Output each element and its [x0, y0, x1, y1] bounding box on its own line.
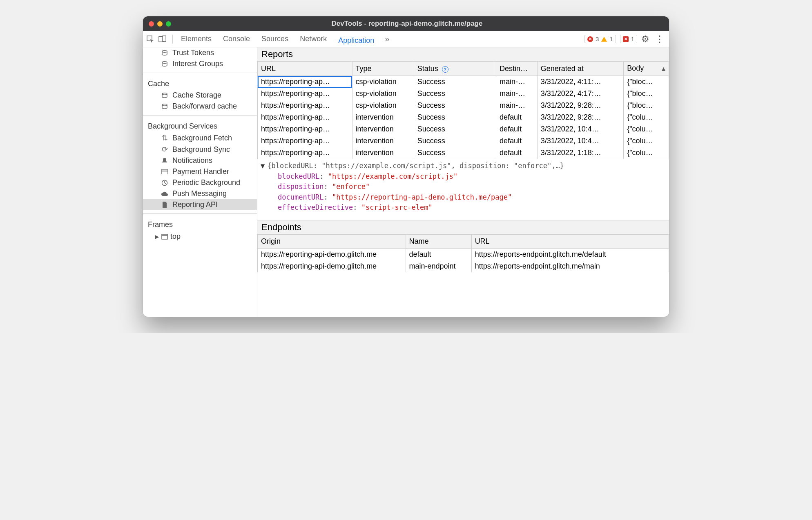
detail-property: effectiveDirective: "script-src-elem"	[261, 202, 666, 213]
sidebar-item-periodic-bg[interactable]: Periodic Background	[143, 177, 257, 188]
sidebar-item-reporting-api[interactable]: Reporting API	[143, 199, 257, 210]
console-status-badge[interactable]: ✕ 3 1	[584, 35, 616, 43]
database-icon	[161, 61, 168, 67]
sidebar-item-label: Periodic Background	[172, 178, 240, 187]
sidebar-item-label: Reporting API	[172, 200, 218, 209]
minimize-window-button[interactable]	[157, 21, 163, 27]
table-row[interactable]: https://reporting-api-demo.glitch.memain…	[258, 260, 669, 272]
sidebar-item-label: Notifications	[172, 156, 212, 165]
maximize-window-button[interactable]	[166, 21, 171, 27]
device-icon[interactable]	[158, 35, 167, 43]
col-name[interactable]: Name	[406, 235, 471, 249]
svg-rect-10	[162, 234, 167, 239]
tab-application[interactable]: Application	[337, 33, 375, 49]
tab-sources[interactable]: Sources	[261, 31, 289, 47]
card-icon	[161, 169, 168, 174]
sidebar-item-notifications[interactable]: Notifications	[143, 155, 257, 166]
sidebar-item-bg-sync[interactable]: ⟳ Background Sync	[143, 144, 257, 155]
svg-point-5	[162, 93, 167, 94]
tab-console[interactable]: Console	[222, 31, 251, 47]
cell-name: default	[406, 249, 471, 261]
svg-point-3	[162, 50, 167, 52]
inspect-icon[interactable]	[146, 35, 154, 43]
sidebar-item-payment[interactable]: Payment Handler	[143, 166, 257, 177]
cell-type: intervention	[352, 147, 414, 159]
database-icon	[161, 50, 168, 56]
col-url[interactable]: URL	[471, 235, 669, 249]
sidebar-group-frames[interactable]: Frames	[143, 216, 257, 231]
col-status[interactable]: Status ?	[414, 62, 496, 76]
cell-url: https://reports-endpoint.glitch.me/defau…	[471, 249, 669, 261]
error-count: 3	[596, 36, 599, 42]
col-origin[interactable]: Origin	[258, 235, 406, 249]
table-row[interactable]: https://reporting-ap…interventionSuccess…	[258, 147, 669, 159]
sidebar-group-cache[interactable]: Cache	[143, 76, 257, 90]
sidebar-item-trust-tokens[interactable]: Trust Tokens	[143, 47, 257, 58]
cell-url: https://reports-endpoint.glitch.me/main	[471, 260, 669, 272]
report-detail-viewer[interactable]: ▼{blockedURL: "https://example.com/scrip…	[257, 159, 669, 220]
table-header-row: URL Type Status ? Destin… Generated at B…	[258, 62, 669, 76]
error-icon: ✕	[587, 36, 593, 42]
panel-tabs: Elements Console Sources Network Applica…	[178, 31, 583, 47]
cell-gen: 3/31/2022, 1:18:…	[537, 147, 623, 159]
issues-icon: ✕	[623, 36, 629, 42]
cell-dest: default	[496, 147, 538, 159]
titlebar: DevTools - reporting-api-demo.glitch.me/…	[143, 16, 669, 31]
settings-icon[interactable]: ⚙	[641, 34, 649, 44]
cell-url: https://reporting-ap…	[258, 123, 352, 135]
svg-rect-8	[161, 171, 168, 171]
cell-body: {"colu…	[624, 111, 669, 123]
help-icon[interactable]: ?	[442, 66, 448, 73]
cell-status: Success	[414, 88, 496, 100]
cell-url: https://reporting-ap…	[258, 135, 352, 147]
cell-type: intervention	[352, 111, 414, 123]
table-row[interactable]: https://reporting-ap…interventionSuccess…	[258, 135, 669, 147]
table-row[interactable]: https://reporting-ap…interventionSuccess…	[258, 111, 669, 123]
database-icon	[161, 103, 168, 110]
cell-body: {"bloc…	[624, 88, 669, 100]
col-body[interactable]: Body▴	[624, 62, 669, 76]
application-sidebar: Trust Tokens Interest Groups Cache Cache…	[143, 47, 257, 317]
cell-dest: main-…	[496, 100, 538, 111]
cell-body: {"colu…	[624, 135, 669, 147]
cell-type: csp-violation	[352, 88, 414, 100]
sidebar-item-cache-storage[interactable]: Cache Storage	[143, 90, 257, 101]
sidebar-item-bf-cache[interactable]: Back/forward cache	[143, 101, 257, 112]
table-row[interactable]: https://reporting-ap…csp-violationSucces…	[258, 100, 669, 111]
col-type[interactable]: Type	[352, 62, 414, 76]
table-row[interactable]: https://reporting-ap…interventionSuccess…	[258, 123, 669, 135]
issues-count: 1	[631, 36, 634, 42]
detail-property: disposition: "enforce"	[261, 182, 666, 192]
sidebar-item-bg-fetch[interactable]: ⇅ Background Fetch	[143, 132, 257, 144]
more-tabs-icon[interactable]: »	[385, 34, 389, 44]
table-row[interactable]: https://reporting-ap…csp-violationSucces…	[258, 76, 669, 88]
expand-caret-icon[interactable]: ▼	[261, 162, 265, 170]
sidebar-item-push[interactable]: Push Messaging	[143, 188, 257, 199]
col-destination[interactable]: Destin…	[496, 62, 538, 76]
sidebar-item-label: Trust Tokens	[172, 49, 214, 57]
col-generated-at[interactable]: Generated at	[537, 62, 623, 76]
col-url[interactable]: URL	[258, 62, 352, 76]
cell-type: csp-violation	[352, 100, 414, 111]
sidebar-item-interest-groups[interactable]: Interest Groups	[143, 58, 257, 69]
frame-item-top[interactable]: ▶ top	[143, 231, 257, 242]
cell-url: https://reporting-ap…	[258, 100, 352, 111]
cell-type: intervention	[352, 135, 414, 147]
table-row[interactable]: https://reporting-ap…csp-violationSucces…	[258, 88, 669, 100]
sidebar-group-bg[interactable]: Background Services	[143, 118, 257, 132]
close-window-button[interactable]	[149, 21, 154, 27]
more-icon[interactable]: ⋮	[654, 34, 666, 44]
sort-asc-icon: ▴	[662, 64, 665, 73]
frame-label: top	[170, 232, 181, 241]
cell-body: {"colu…	[624, 147, 669, 159]
cell-url: https://reporting-ap…	[258, 76, 352, 88]
tab-elements[interactable]: Elements	[180, 31, 212, 47]
tab-network[interactable]: Network	[299, 31, 328, 47]
cell-gen: 3/31/2022, 10:4…	[537, 135, 623, 147]
cell-body: {"colu…	[624, 123, 669, 135]
cell-type: intervention	[352, 123, 414, 135]
table-row[interactable]: https://reporting-api-demo.glitch.medefa…	[258, 249, 669, 261]
cell-status: Success	[414, 111, 496, 123]
cell-gen: 3/31/2022, 9:28:…	[537, 100, 623, 111]
issues-badge[interactable]: ✕ 1	[620, 35, 637, 43]
